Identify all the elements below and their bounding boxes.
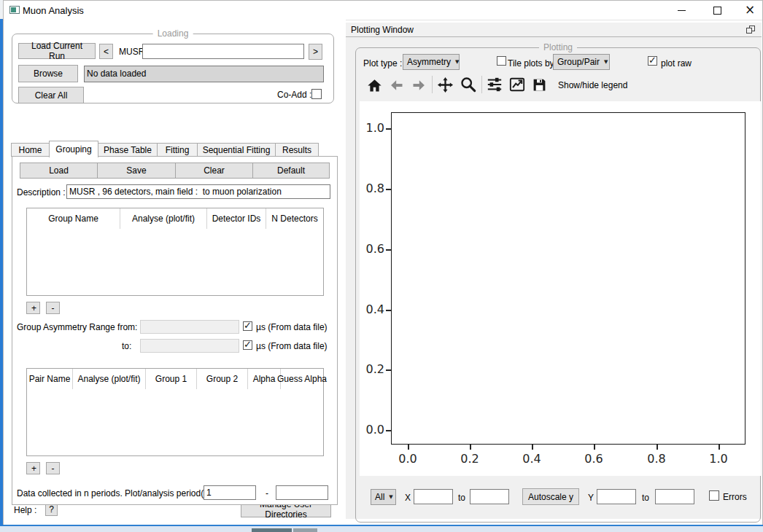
xtick-label: 0.0 [393,452,422,466]
tab-fitting[interactable]: Fitting [157,143,198,157]
period-to-input[interactable] [276,485,328,500]
pair-table[interactable]: Pair Name Analyse (plot/fit) Group 1 Gro… [26,368,324,456]
errors-checkbox[interactable]: ✓ [709,490,719,501]
grouping-save-button[interactable]: Save [97,163,176,179]
save-icon[interactable] [530,76,548,93]
remove-pair-button[interactable]: - [46,462,60,474]
group-table-col-name: Group Name [27,208,120,229]
pair-table-header: Pair Name Analyse (plot/fit) Group 1 Gro… [27,369,323,389]
subplot-settings-icon[interactable] [486,76,503,93]
tab-home[interactable]: Home [11,143,50,157]
close-button[interactable]: × [739,4,761,17]
grouping-clear-button[interactable]: Clear [175,163,253,179]
run-number-input[interactable] [142,44,304,59]
window-titlebar[interactable]: Muon Analysis × [4,1,762,20]
ytick-label: 0.0 [361,423,384,437]
xtick-label: 0.2 [455,452,484,466]
period-from-input[interactable] [204,485,256,500]
maximize-icon [713,7,721,15]
ytick-label: 0.6 [361,242,384,256]
range-mode-value: All [375,492,384,502]
range-to-label: to: [122,341,131,351]
plot-options-icon[interactable] [508,76,526,93]
us-from-data-file-label-1: µs (From data file) [256,322,328,332]
previous-run-button[interactable]: < [99,44,113,59]
range-from-checkbox[interactable]: ✓ [243,321,252,331]
xtick-label: 1.0 [704,452,733,466]
pair-table-col-group1: Group 1 [146,369,197,389]
range-to-input[interactable] [140,339,239,353]
x-from-input[interactable] [414,489,453,504]
coadd-checkbox[interactable]: ✓ [311,89,322,99]
tile-plots-combobox[interactable]: Group/Pair ▼ [553,54,610,70]
group-table[interactable]: Group Name Analyse (plot/fit) Detector I… [26,208,324,296]
xtick-mark [657,445,658,450]
range-mode-combobox[interactable]: All ▼ [371,489,396,505]
ytick-mark [386,189,391,190]
plotting-window-titlebar[interactable]: Plotting Window [346,23,762,37]
range-to-checkbox[interactable]: ✓ [243,340,252,350]
browse-button[interactable]: Browse [18,65,78,82]
add-pair-button[interactable]: + [26,462,40,474]
toolbar-separator [481,76,482,93]
xtick-mark [594,445,595,450]
periods-label: Data collected in n periods. Plot/analys… [17,488,216,498]
load-status-field: No data loaded [84,66,324,82]
remove-group-button[interactable]: - [46,302,60,314]
group-table-header: Group Name Analyse (plot/fit) Detector I… [27,208,323,229]
clear-all-button[interactable]: Clear All [18,87,84,103]
loading-legend: Loading [153,28,193,39]
description-input[interactable] [66,184,330,199]
minimize-icon [678,10,686,11]
y-from-input[interactable] [597,489,636,504]
plotting-window-dock: Plotting Window Plotting Plot type : Asy… [346,23,762,519]
forward-icon[interactable] [410,77,427,94]
tab-results[interactable]: Results [275,143,319,157]
grouping-load-button[interactable]: Load [20,163,98,179]
range-from-input[interactable] [140,320,239,334]
background-fragment [293,528,317,532]
screen: Muon Analysis × Loading Load Current Run… [0,0,763,532]
group-table-col-detector-ids: Detector IDs [207,208,266,229]
plot-type-label: Plot type : [363,58,402,69]
y-to-label: to [642,493,649,503]
plot-type-combobox[interactable]: Asymmetry ▼ [403,54,460,70]
background-window-strip [0,525,763,532]
back-icon[interactable] [388,77,406,94]
xtick-mark [408,445,409,450]
tab-grouping[interactable]: Grouping [49,141,98,157]
ytick-mark [386,369,391,371]
chevron-down-icon: ▼ [384,494,392,500]
show-hide-legend-button[interactable]: Show/hide legend [558,80,627,90]
pan-icon[interactable] [436,76,454,93]
ytick-mark [386,430,391,431]
home-icon[interactable] [365,77,383,94]
grouping-default-button[interactable]: Default [252,163,330,179]
y-to-input[interactable] [655,489,694,504]
tile-plots-label: Tile plots by: [508,58,557,69]
tile-plots-checkbox[interactable]: ✓ [497,56,506,66]
instrument-label: MUSR [119,47,144,57]
loading-groupbox: Loading Load Current Run < MUSR > Browse… [12,34,334,103]
autoscale-y-button[interactable]: Autoscale y [522,488,579,505]
plotting-window-title: Plotting Window [351,25,414,35]
minimize-button[interactable] [671,4,693,17]
float-dock-icon[interactable] [746,26,755,34]
ytick-mark [386,310,391,311]
plot-canvas[interactable]: 1.0 0.8 0.6 0.4 0.2 0.0 [360,101,761,476]
tab-sequential-fitting[interactable]: Sequential Fitting [197,143,276,157]
load-current-run-button[interactable]: Load Current Run [18,43,96,59]
add-group-button[interactable]: + [26,302,40,314]
tab-phase-table[interactable]: Phase Table [98,143,158,157]
maximize-button[interactable] [706,4,728,17]
zoom-icon[interactable] [460,76,477,93]
tile-plots-value: Group/Pair [557,57,600,67]
plot-raw-checkbox[interactable]: ✓ [648,56,657,66]
x-to-input[interactable] [470,489,509,504]
plot-axes[interactable] [391,112,745,445]
next-run-button[interactable]: > [309,44,322,60]
window-title: Muon Analysis [23,5,84,16]
pair-table-col-name: Pair Name [27,369,73,389]
background-fragment [252,528,292,532]
group-asymmetry-range-from-label: Group Asymmetry Range from: [17,322,137,332]
